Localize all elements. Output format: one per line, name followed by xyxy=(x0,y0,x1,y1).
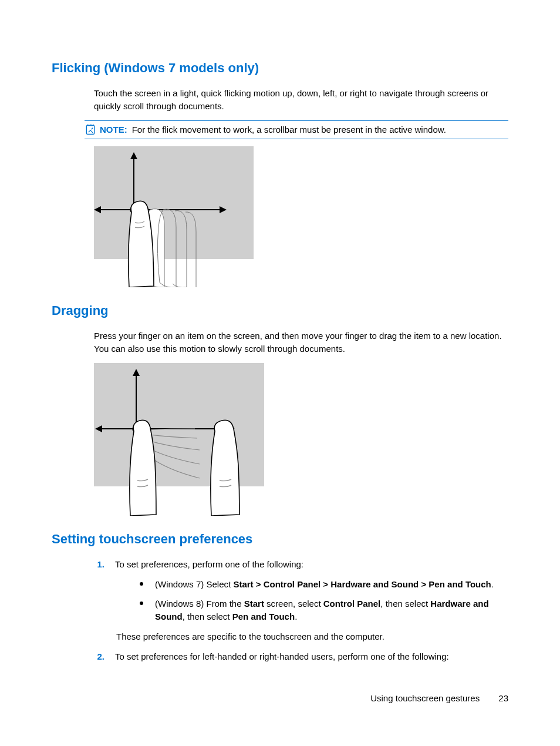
flicking-illustration xyxy=(94,146,508,291)
footer-page-number: 23 xyxy=(498,693,508,703)
note-text: NOTE:For the flick movement to work, a s… xyxy=(100,123,508,136)
step-1: 1. To set preferences, perform one of th… xyxy=(94,558,508,623)
step-2-text: To set preferences for left-handed or ri… xyxy=(115,650,508,663)
step-1-after: These preferences are specific to the to… xyxy=(116,630,508,643)
note-body: For the flick movement to work, a scroll… xyxy=(132,125,446,135)
bullet-win8: (Windows 8) From the Start screen, selec… xyxy=(140,597,508,623)
bullet-win7-body: (Windows 7) Select Start > Control Panel… xyxy=(155,578,508,591)
dragging-paragraph: Press your finger on an item on the scre… xyxy=(94,330,508,355)
svg-rect-1 xyxy=(94,146,254,259)
step-2-number: 2. xyxy=(94,650,104,663)
page-footer: Using touchscreen gestures 23 xyxy=(370,692,508,705)
heading-preferences: Setting touchscreen preferences xyxy=(52,530,508,549)
flicking-paragraph: Touch the screen in a light, quick flick… xyxy=(94,87,508,113)
heading-dragging: Dragging xyxy=(52,301,508,320)
bullet-icon xyxy=(140,582,143,586)
footer-section: Using touchscreen gestures xyxy=(370,693,480,703)
bullet-win7: (Windows 7) Select Start > Control Panel… xyxy=(140,578,508,591)
note-block: NOTE:For the flick movement to work, a s… xyxy=(85,120,508,139)
step-1-text: To set preferences, perform one of the f… xyxy=(115,558,508,571)
note-icon xyxy=(85,124,96,136)
step-2: 2. To set preferences for left-handed or… xyxy=(94,650,508,663)
heading-flicking: Flicking (Windows 7 models only) xyxy=(52,59,508,78)
bullet-icon xyxy=(140,601,143,605)
dragging-illustration xyxy=(94,363,508,519)
note-label: NOTE: xyxy=(100,125,127,135)
bullet-win8-body: (Windows 8) From the Start screen, selec… xyxy=(155,597,508,623)
step-1-number: 1. xyxy=(94,558,104,623)
